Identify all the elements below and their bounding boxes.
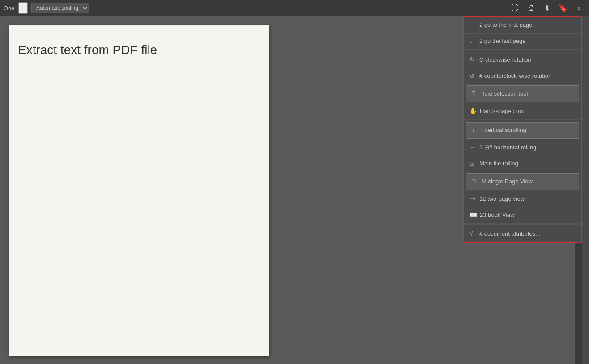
text-selection-label: Text selection tool	[482, 90, 528, 98]
main-tile-label: Main tile rolling	[479, 160, 518, 168]
separator-2	[464, 121, 581, 121]
toolbar-left: One + Automatic scaling	[4, 2, 89, 14]
go-last-page-item[interactable]: ↓ 2 go the last page	[464, 34, 581, 50]
main-tile-icon: ⊞	[469, 160, 477, 169]
hand-tool-item[interactable]: ✋ Hand-shaped tool	[464, 103, 581, 120]
go-last-icon: ↓	[469, 37, 477, 46]
go-first-label: 2 go to the first page	[479, 21, 533, 29]
single-page-icon: □	[472, 177, 479, 186]
book-view-icon: 📖	[469, 211, 477, 220]
two-page-icon: ▭	[469, 195, 477, 203]
rotate-cw-label: C clockwise rotation	[479, 56, 531, 64]
horizontal-roll-icon: ↔	[469, 143, 477, 152]
doc-attr-item[interactable]: # # document attributes...	[464, 226, 581, 242]
rotate-ccw-icon: ↺	[469, 72, 477, 81]
rotate-ccw-item[interactable]: ↺ # counterclock-wise rotation	[464, 68, 581, 85]
single-page-label: M single Page View	[482, 178, 533, 186]
page-label: One	[4, 5, 15, 12]
vertical-scroll-item[interactable]: ↕ : vertical scrolling	[466, 122, 579, 139]
vertical-scroll-icon: ↕	[472, 126, 479, 135]
print-button[interactable]: 🖨	[525, 2, 537, 14]
toolbar-right: ⛶ 🖨 ⬇ 🔖 »	[508, 2, 585, 14]
dropdown-panel: ↑ 2 go to the first page ↓ 2 go the last…	[463, 16, 582, 243]
text-selection-item[interactable]: T Text selection tool	[466, 85, 579, 102]
scaling-select[interactable]: Automatic scaling	[31, 3, 89, 13]
text-selection-icon: T	[472, 89, 479, 98]
book-view-item[interactable]: 📖 23 book View	[464, 207, 581, 224]
rotate-ccw-label: # counterclock-wise rotation	[479, 72, 551, 80]
pdf-page: Extract text from PDF file	[9, 25, 269, 356]
zoom-in-button[interactable]: +	[18, 2, 28, 14]
main-tile-item[interactable]: ⊞ Main tile rolling	[464, 156, 581, 173]
separator-1	[464, 51, 581, 51]
two-page-label: 12 two-page view	[479, 195, 525, 203]
pdf-area: Extract text from PDF file	[0, 16, 457, 364]
download-button[interactable]: ⬇	[541, 2, 553, 14]
fullscreen-button[interactable]: ⛶	[508, 2, 521, 14]
rotate-cw-icon: ↻	[469, 55, 477, 64]
pdf-title: Extract text from PDF file	[18, 43, 251, 57]
rotate-cw-item[interactable]: ↻ C clockwise rotation	[464, 52, 581, 68]
horizontal-roll-label: 1 ⊞# horizontal rolling	[479, 144, 536, 152]
doc-attr-label: # document attributes...	[479, 230, 540, 238]
go-first-page-item[interactable]: ↑ 2 go to the first page	[464, 17, 581, 34]
more-tools-button[interactable]: »	[573, 2, 585, 14]
horizontal-roll-item[interactable]: ↔ 1 ⊞# horizontal rolling	[464, 140, 581, 156]
two-page-item[interactable]: ▭ 12 two-page view	[464, 191, 581, 207]
toolbar: One + Automatic scaling ⛶ 🖨 ⬇ 🔖 »	[0, 0, 589, 16]
hand-tool-icon: ✋	[469, 107, 477, 116]
go-first-icon: ↑	[469, 21, 477, 30]
hand-tool-label: Hand-shaped tool	[480, 107, 526, 115]
separator-3	[464, 224, 581, 225]
bookmark-button[interactable]: 🔖	[557, 2, 569, 14]
vertical-scroll-label: : vertical scrolling	[482, 126, 526, 134]
doc-attr-icon: #	[469, 229, 477, 238]
go-last-label: 2 go the last page	[479, 37, 525, 45]
single-page-item[interactable]: □ M single Page View	[466, 173, 579, 190]
book-view-label: 23 book View	[480, 211, 515, 219]
